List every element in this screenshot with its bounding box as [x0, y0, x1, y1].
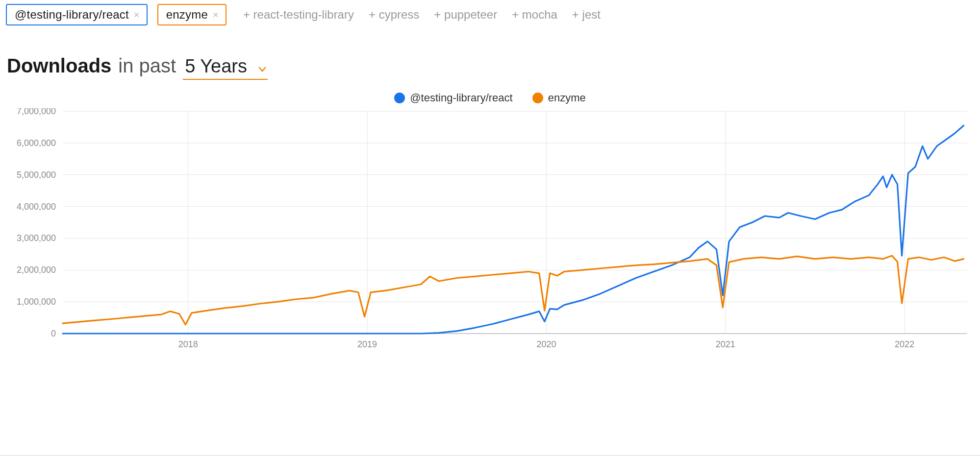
- svg-text:1,000,000: 1,000,000: [17, 297, 56, 307]
- title-light: in past: [118, 55, 176, 77]
- svg-text:4,000,000: 4,000,000: [17, 202, 56, 212]
- legend-item[interactable]: @testing-library/react: [394, 92, 512, 104]
- svg-text:2019: 2019: [357, 339, 377, 349]
- suggestion-item[interactable]: react-testing-library: [243, 8, 354, 22]
- y-tick-label: 4,000,000: [17, 202, 56, 212]
- y-tick-label: 5,000,000: [17, 170, 56, 180]
- suggestion-item[interactable]: puppeteer: [434, 8, 497, 22]
- period-selector[interactable]: 5 Years: [183, 56, 268, 80]
- svg-text:2022: 2022: [895, 339, 914, 349]
- svg-text:0: 0: [51, 329, 56, 338]
- legend-item[interactable]: enzyme: [532, 92, 586, 104]
- svg-text:2018: 2018: [178, 339, 198, 349]
- x-tick-label: 2020: [536, 339, 556, 349]
- suggestion-item[interactable]: mocha: [512, 8, 557, 22]
- svg-text:3,000,000: 3,000,000: [17, 233, 56, 243]
- legend-label: enzyme: [548, 92, 586, 104]
- title-row: Downloads in past 5 Years: [7, 55, 974, 80]
- chip-enzyme[interactable]: enzyme ×: [157, 4, 226, 25]
- series-enzyme: [63, 256, 964, 325]
- chart-legend: @testing-library/react enzyme: [6, 92, 974, 104]
- close-icon[interactable]: ×: [213, 10, 219, 20]
- chip-testing-library-react[interactable]: @testing-library/react ×: [6, 4, 148, 25]
- svg-text:6,000,000: 6,000,000: [17, 138, 56, 148]
- suggestion-item[interactable]: jest: [572, 8, 601, 22]
- legend-dot-icon: [394, 93, 405, 103]
- chip-label: @testing-library/react: [15, 8, 129, 22]
- suggestion-item[interactable]: cypress: [369, 8, 419, 22]
- close-icon[interactable]: ×: [134, 10, 140, 20]
- chip-label: enzyme: [166, 8, 208, 22]
- y-tick-label: 7,000,000: [17, 108, 56, 116]
- downloads-chart: 01,000,0002,000,0003,000,0004,000,0005,0…: [9, 108, 974, 353]
- svg-text:2021: 2021: [716, 339, 735, 349]
- period-value: 5 Years: [185, 56, 247, 77]
- svg-text:2020: 2020: [536, 339, 556, 349]
- package-chip-row: @testing-library/react × enzyme × react-…: [6, 4, 974, 25]
- svg-text:7,000,000: 7,000,000: [17, 108, 56, 116]
- legend-label: @testing-library/react: [410, 92, 512, 104]
- y-tick-label: 1,000,000: [17, 297, 56, 307]
- x-tick-label: 2019: [357, 339, 377, 349]
- chevron-down-icon: [259, 66, 266, 72]
- x-tick-label: 2022: [895, 339, 914, 349]
- x-tick-label: 2021: [716, 339, 735, 349]
- suggestion-row: react-testing-library cypress puppeteer …: [243, 8, 601, 22]
- y-tick-label: 2,000,000: [17, 265, 56, 275]
- y-tick-label: 6,000,000: [17, 138, 56, 148]
- series--testing-library-react: [63, 125, 964, 334]
- title-strong: Downloads: [7, 55, 111, 77]
- y-tick-label: 0: [51, 329, 56, 338]
- chart-svg: 01,000,0002,000,0003,000,0004,000,0005,0…: [9, 108, 977, 353]
- x-tick-label: 2018: [178, 339, 198, 349]
- svg-text:2,000,000: 2,000,000: [17, 265, 56, 275]
- svg-text:5,000,000: 5,000,000: [17, 170, 56, 180]
- legend-dot-icon: [532, 93, 543, 103]
- y-tick-label: 3,000,000: [17, 233, 56, 243]
